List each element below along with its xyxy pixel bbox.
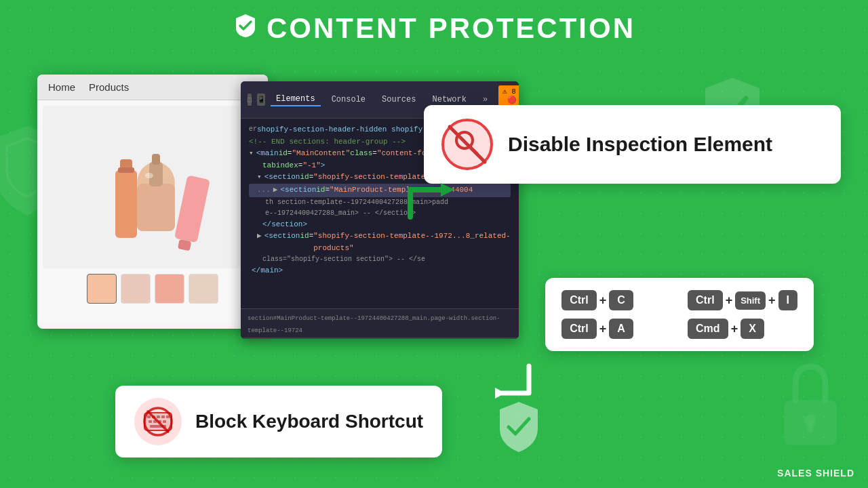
block-keyboard-icon [134,398,182,445]
plus-5: + [731,322,738,336]
svg-rect-25 [149,420,152,423]
code-line-selected: ... ▶ <section id="MainProduct-template-… [249,184,511,197]
shortcut-ctrl-a: Ctrl + A [561,319,671,339]
plus-1: + [599,293,607,308]
shortcut-cmd-x: Cmd + X [688,319,797,339]
key-ctrl-2: Ctrl [688,290,723,310]
plus-2: + [726,293,733,308]
product-image-area [43,106,262,268]
thumb-1[interactable] [87,274,117,304]
key-cmd: Cmd [688,319,728,339]
thumb-4[interactable] [189,274,218,304]
product-thumbnails [87,274,218,304]
key-a: A [609,319,633,339]
browser-window: Home Products [37,75,268,329]
svg-rect-5 [118,167,134,173]
code-line-8: e--19724400427288_main> -- </section> [265,208,511,219]
key-i: I [778,290,797,310]
keyboard-shortcuts-card: Ctrl + C Ctrl + Shift + I Ctrl + A Cmd +… [545,278,814,351]
thumb-3[interactable] [155,274,184,304]
tab-sources[interactable]: Sources [376,94,421,106]
nav-item-products[interactable]: Products [89,81,129,93]
code-line-7: th section-template--19724400427288_main… [265,197,511,208]
code-line-12: </main> [249,265,511,277]
disable-inspection-title: Disable Inspection Element [508,132,772,157]
disable-inspection-card: Disable Inspection Element [424,105,841,184]
sales-shield-brand: SALES SHIELD [777,468,854,479]
devtools-cursor-icon[interactable]: ⬚ [248,94,252,106]
arrow-connector [403,176,458,217]
key-ctrl-3: Ctrl [561,319,597,339]
header-title-group: CONTENT PROTECTION [233,12,635,45]
header-shield-icon [233,13,258,44]
block-keyboard-card: Block Keyboard Shortcut [115,386,442,458]
browser-nav-bar: Home Products [37,75,268,100]
key-ctrl-1: Ctrl [561,290,597,310]
svg-rect-10 [174,175,210,243]
plus-4: + [599,322,607,336]
svg-rect-2 [808,420,814,432]
shortcut-ctrl-c: Ctrl + C [561,290,671,310]
bg-lock-right [773,359,848,447]
arrow-connector-2 [488,359,542,409]
key-shift: Shift [735,291,766,310]
thumb-2[interactable] [121,274,151,304]
svg-rect-28 [163,420,166,423]
svg-rect-9 [152,154,160,165]
nav-item-home[interactable]: Home [48,81,75,93]
devtools-device-icon[interactable]: 📱 [257,94,265,106]
code-line-10: ▶ <section id="shopify-section-template-… [257,230,511,254]
disable-inspection-icon [440,117,494,171]
page-title: CONTENT PROTECTION [267,12,635,45]
devtools-breadcrumb: section#MainProduct-template--1972440042… [241,308,519,338]
devtools-style-tabs: Styles Computed Layout Event Listeners D… [241,338,519,339]
key-c: C [609,290,633,310]
tab-more[interactable]: » [477,94,493,106]
browser-content [37,100,268,323]
code-line-9: </section> [262,219,511,231]
page-header: CONTENT PROTECTION [0,12,868,45]
svg-rect-7 [137,184,175,231]
svg-marker-13 [441,183,454,197]
svg-rect-3 [115,170,137,238]
tab-network[interactable]: Network [427,94,471,106]
block-keyboard-title: Block Keyboard Shortcut [195,411,423,432]
svg-rect-22 [157,415,160,418]
svg-marker-18 [495,388,505,399]
svg-rect-20 [147,415,151,418]
key-x: X [741,319,764,339]
shortcut-ctrl-shift-i: Ctrl + Shift + I [688,290,797,310]
product-illustration [68,116,237,258]
tab-elements[interactable]: Elements [271,93,321,106]
code-line-11: class="shopify-section section"> -- </se [262,254,511,265]
svg-rect-23 [161,415,165,418]
tab-console[interactable]: Console [326,94,371,106]
svg-point-12 [145,173,153,178]
plus-3: + [768,293,776,308]
